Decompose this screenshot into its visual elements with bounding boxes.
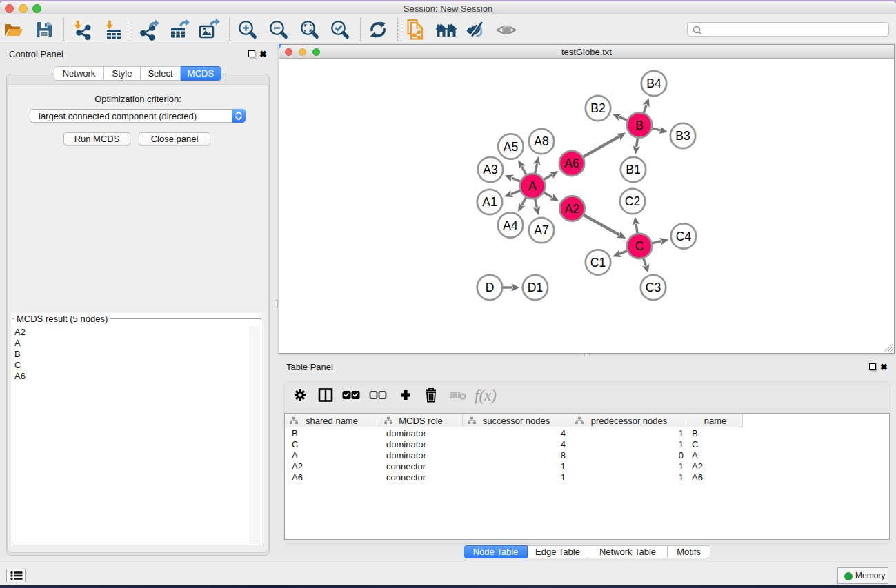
svg-text:A2: A2 [565, 202, 579, 216]
svg-text:A3: A3 [483, 163, 497, 176]
svg-text:B4: B4 [646, 77, 661, 90]
svg-text:B3: B3 [675, 129, 690, 143]
svg-text:A8: A8 [534, 134, 548, 148]
svg-text:D: D [486, 281, 495, 294]
svg-text:C4: C4 [676, 230, 692, 243]
svg-text:A6: A6 [564, 156, 579, 170]
svg-text:A5: A5 [504, 140, 518, 154]
svg-text:D1: D1 [528, 281, 543, 294]
svg-text:B: B [635, 119, 644, 132]
svg-text:C1: C1 [590, 256, 606, 270]
svg-text:C2: C2 [625, 194, 640, 208]
svg-text:A7: A7 [534, 223, 548, 237]
svg-text:B1: B1 [626, 163, 640, 176]
svg-text:C: C [635, 239, 644, 253]
svg-text:B2: B2 [590, 101, 605, 115]
svg-text:f(x): f(x) [475, 387, 497, 404]
svg-text:A: A [528, 179, 537, 193]
svg-text:C3: C3 [646, 281, 661, 294]
svg-text:A1: A1 [482, 195, 497, 209]
svg-text:A4: A4 [503, 219, 518, 232]
